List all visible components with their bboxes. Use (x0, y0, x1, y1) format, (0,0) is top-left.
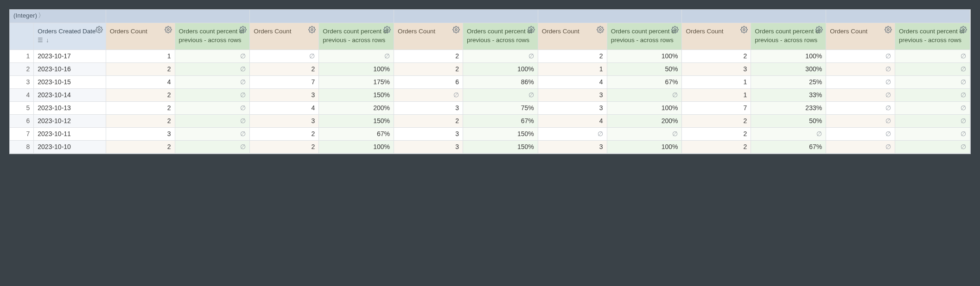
gear-icon-pct[interactable] (960, 26, 967, 33)
cell-date[interactable]: 2023-10-10 (34, 140, 106, 153)
cell-pct[interactable]: ∅ (607, 88, 682, 101)
cell-pct[interactable]: 150% (319, 88, 394, 101)
cell-count[interactable]: 3 (106, 127, 175, 140)
cell-pct[interactable]: 50% (751, 114, 826, 127)
cell-count[interactable]: 3 (682, 62, 751, 75)
cell-pct[interactable]: 50% (607, 62, 682, 75)
gear-icon-pct[interactable] (528, 26, 535, 33)
cell-count[interactable]: 1 (106, 50, 175, 62)
gear-icon-pct[interactable] (671, 26, 679, 33)
cell-pct[interactable]: 75% (463, 101, 538, 114)
cell-date[interactable]: 2023-10-14 (34, 88, 106, 101)
cell-pct[interactable]: 100% (607, 50, 682, 62)
gear-icon-pct[interactable] (815, 26, 823, 33)
cell-count[interactable]: 3 (250, 88, 319, 101)
cell-pct[interactable]: ∅ (463, 88, 538, 101)
cell-count[interactable]: ∅ (826, 50, 895, 62)
cell-count[interactable]: 2 (106, 101, 175, 114)
cell-count[interactable]: 1 (538, 62, 607, 75)
cell-pct[interactable]: ∅ (175, 140, 250, 153)
cell-count[interactable]: 2 (106, 88, 175, 101)
pivot-top-group[interactable] (106, 10, 250, 23)
column-header-pct[interactable]: Orders count percent of previous - acros… (175, 23, 250, 50)
cell-count[interactable]: 2 (106, 140, 175, 153)
cell-count[interactable]: 3 (394, 127, 463, 140)
cell-pct[interactable]: 67% (607, 75, 682, 88)
cell-count[interactable]: ∅ (826, 127, 895, 140)
pivot-top-group[interactable] (394, 10, 538, 23)
gear-icon-count[interactable] (740, 26, 748, 33)
cell-count[interactable]: 3 (394, 140, 463, 153)
gear-icon-pct[interactable] (383, 26, 391, 33)
cell-count[interactable]: 7 (682, 101, 751, 114)
cell-count[interactable]: 7 (250, 75, 319, 88)
column-header-count[interactable]: Orders Count (682, 23, 751, 50)
cell-pct[interactable]: ∅ (463, 50, 538, 62)
column-header-pct[interactable]: Orders count percent of previous - acros… (463, 23, 538, 50)
cell-pct[interactable]: 100% (319, 140, 394, 153)
cell-pct[interactable]: ∅ (175, 62, 250, 75)
cell-count[interactable]: 2 (394, 114, 463, 127)
column-header-count[interactable]: Orders Count (826, 23, 895, 50)
gear-icon-count[interactable] (452, 26, 460, 33)
cell-count[interactable]: ∅ (826, 88, 895, 101)
cell-count[interactable]: 1 (682, 75, 751, 88)
cell-count[interactable]: 4 (538, 114, 607, 127)
cell-count[interactable]: 2 (682, 127, 751, 140)
cell-pct[interactable]: 150% (319, 114, 394, 127)
cell-pct[interactable]: 150% (463, 140, 538, 153)
cell-count[interactable]: 2 (682, 140, 751, 153)
cell-count[interactable]: 1 (682, 88, 751, 101)
column-header-pct[interactable]: Orders count percent of previous - acros… (319, 23, 394, 50)
cell-pct[interactable]: 100% (319, 62, 394, 75)
cell-count[interactable]: 2 (250, 140, 319, 153)
cell-pct[interactable]: ∅ (895, 114, 970, 127)
cell-pct[interactable]: ∅ (895, 127, 970, 140)
cell-pct[interactable]: ∅ (607, 127, 682, 140)
cell-count[interactable]: 2 (250, 62, 319, 75)
cell-pct[interactable]: 86% (463, 75, 538, 88)
column-header-pct[interactable]: Orders count percent of previous - acros… (607, 23, 682, 50)
cell-pct[interactable]: ∅ (895, 101, 970, 114)
column-header-pct[interactable]: Orders count percent of previous - acros… (895, 23, 970, 50)
cell-count[interactable]: 3 (250, 114, 319, 127)
column-header-count[interactable]: Orders Count (538, 23, 607, 50)
cell-pct[interactable]: 25% (751, 75, 826, 88)
cell-count[interactable]: 6 (394, 75, 463, 88)
cell-pct[interactable]: 33% (751, 88, 826, 101)
cell-pct[interactable]: ∅ (175, 50, 250, 62)
gear-icon-count[interactable] (308, 26, 316, 33)
cell-date[interactable]: 2023-10-17 (34, 50, 106, 62)
cell-count[interactable]: 4 (538, 75, 607, 88)
cell-pct[interactable]: 100% (607, 140, 682, 153)
cell-count[interactable]: ∅ (826, 75, 895, 88)
pivot-top-group[interactable] (826, 10, 970, 23)
cell-pct[interactable]: 67% (751, 140, 826, 153)
cell-date[interactable]: 2023-10-13 (34, 101, 106, 114)
cell-pct[interactable]: ∅ (175, 88, 250, 101)
cell-date[interactable]: 2023-10-15 (34, 75, 106, 88)
column-header-count[interactable]: Orders Count (250, 23, 319, 50)
pivot-top-group[interactable] (538, 10, 682, 23)
cell-date[interactable]: 2023-10-16 (34, 62, 106, 75)
cell-count[interactable]: 2 (106, 114, 175, 127)
cell-count[interactable]: 4 (250, 101, 319, 114)
cell-count[interactable]: 2 (394, 62, 463, 75)
cell-pct[interactable]: ∅ (175, 75, 250, 88)
cell-pct[interactable]: ∅ (895, 140, 970, 153)
cell-date[interactable]: 2023-10-11 (34, 127, 106, 140)
cell-pct[interactable]: ∅ (895, 62, 970, 75)
cell-count[interactable]: 3 (538, 140, 607, 153)
cell-count[interactable]: ∅ (826, 62, 895, 75)
cell-pct[interactable]: ∅ (895, 50, 970, 62)
cell-count[interactable]: 2 (250, 127, 319, 140)
cell-pct[interactable]: 233% (751, 101, 826, 114)
cell-count[interactable]: ∅ (826, 101, 895, 114)
cell-count[interactable]: ∅ (538, 127, 607, 140)
cell-pct[interactable]: 175% (319, 75, 394, 88)
cell-count[interactable]: 2 (682, 50, 751, 62)
gear-icon-pct[interactable] (239, 26, 247, 33)
cell-count[interactable]: ∅ (826, 114, 895, 127)
cell-pct[interactable]: ∅ (319, 50, 394, 62)
cell-count[interactable]: ∅ (394, 88, 463, 101)
